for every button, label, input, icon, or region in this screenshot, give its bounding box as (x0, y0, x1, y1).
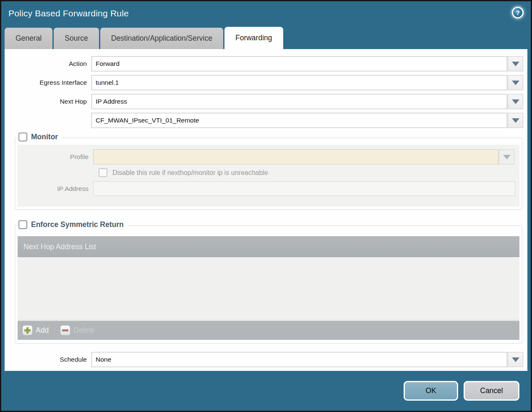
chevron-down-icon (512, 62, 519, 66)
disable-rule-label: Disable this rule if nexthop/monitor ip … (112, 169, 268, 177)
symmetric-return-fieldset: Enforce Symmetric Return Next Hop Addres… (15, 225, 522, 344)
symmetric-return-legend: Enforce Symmetric Return (18, 220, 128, 229)
action-value[interactable]: Forward (91, 56, 507, 71)
next-hop-type-dropdown-button[interactable] (508, 94, 523, 109)
disable-rule-checkbox (99, 168, 107, 177)
monitor-ip-row: IP Address (18, 181, 519, 196)
egress-interface-dropdown-button[interactable] (508, 75, 523, 90)
schedule-value[interactable]: None (91, 352, 507, 367)
tab-content-forwarding: Action Forward Egress Interface tunnel.1… (5, 49, 527, 371)
dialog-titlebar: Policy Based Forwarding Rule ? (1, 1, 531, 26)
help-icon[interactable]: ? (512, 7, 524, 18)
next-hop-address-list-header: Next Hop Address List (18, 236, 519, 257)
next-hop-type-value[interactable]: IP Address (91, 94, 507, 109)
next-hop-row: Next Hop IP Address (5, 94, 527, 109)
chevron-down-icon (512, 357, 519, 362)
ok-button[interactable]: OK (404, 381, 458, 401)
next-hop-address-row: CF_MWAN_IPsec_VTI_01_Remote (5, 113, 527, 128)
next-hop-address-table: Next Hop Address List Add Delete (18, 236, 519, 340)
action-row: Action Forward (5, 56, 527, 71)
egress-interface-label: Egress Interface (5, 79, 91, 86)
profile-row: Profile (18, 149, 519, 164)
symmetric-return-title: Enforce Symmetric Return (31, 220, 124, 229)
symmetric-return-checkbox[interactable] (18, 220, 27, 229)
chevron-down-icon (512, 99, 519, 104)
next-hop-label: Next Hop (5, 98, 91, 105)
tab-source[interactable]: Source (54, 28, 99, 49)
schedule-combobox: None (91, 352, 523, 367)
monitor-checkbox[interactable] (18, 133, 27, 141)
schedule-label: Schedule (5, 356, 91, 363)
add-button[interactable]: Add (23, 326, 49, 335)
action-label: Action (5, 60, 91, 68)
tab-bar: General Source Destination/Application/S… (1, 26, 531, 49)
egress-interface-row: Egress Interface tunnel.1 (5, 75, 527, 90)
profile-combobox (93, 149, 514, 164)
monitor-legend: Monitor (18, 133, 62, 141)
next-hop-address-list-toolbar: Add Delete (18, 321, 519, 340)
plus-icon (23, 326, 32, 335)
tab-forwarding[interactable]: Forwarding (224, 27, 283, 49)
profile-value (93, 149, 498, 164)
next-hop-address-dropdown-button[interactable] (508, 113, 523, 128)
schedule-dropdown-button[interactable] (508, 352, 523, 367)
action-combobox: Forward (91, 56, 523, 71)
pbf-rule-dialog: Policy Based Forwarding Rule ? General S… (0, 0, 532, 412)
next-hop-type-combobox: IP Address (91, 94, 523, 109)
egress-interface-value[interactable]: tunnel.1 (91, 75, 507, 90)
dialog-title: Policy Based Forwarding Rule (8, 8, 129, 18)
monitor-panel: Profile Disable this rule if nexthop/mon… (18, 145, 519, 206)
chevron-down-icon (503, 155, 511, 159)
cancel-button[interactable]: Cancel (464, 381, 519, 401)
monitor-ip-label: IP Address (18, 185, 93, 193)
add-button-label: Add (36, 326, 49, 335)
action-dropdown-button[interactable] (508, 56, 523, 71)
dialog-footer: OK Cancel (1, 371, 531, 411)
tab-destination-application-service[interactable]: Destination/Application/Service (100, 28, 223, 49)
schedule-row: Schedule None (5, 352, 527, 367)
profile-dropdown-button (499, 149, 514, 164)
disable-rule-row: Disable this rule if nexthop/monitor ip … (99, 168, 519, 177)
chevron-down-icon (512, 81, 519, 85)
egress-interface-combobox: tunnel.1 (91, 75, 523, 90)
monitor-ip-input (93, 181, 515, 196)
next-hop-address-value[interactable]: CF_MWAN_IPsec_VTI_01_Remote (91, 113, 507, 128)
profile-label: Profile (18, 153, 93, 161)
monitor-title: Monitor (31, 133, 58, 141)
tab-general[interactable]: General (5, 28, 52, 49)
monitor-fieldset: Monitor Profile Disable this rule if nex… (15, 138, 522, 210)
minus-icon (60, 326, 70, 335)
delete-button-label: Delete (73, 326, 95, 335)
chevron-down-icon (512, 118, 519, 123)
delete-button: Delete (60, 326, 95, 335)
next-hop-address-combobox: CF_MWAN_IPsec_VTI_01_Remote (91, 113, 523, 128)
next-hop-address-list-body[interactable] (18, 257, 519, 321)
